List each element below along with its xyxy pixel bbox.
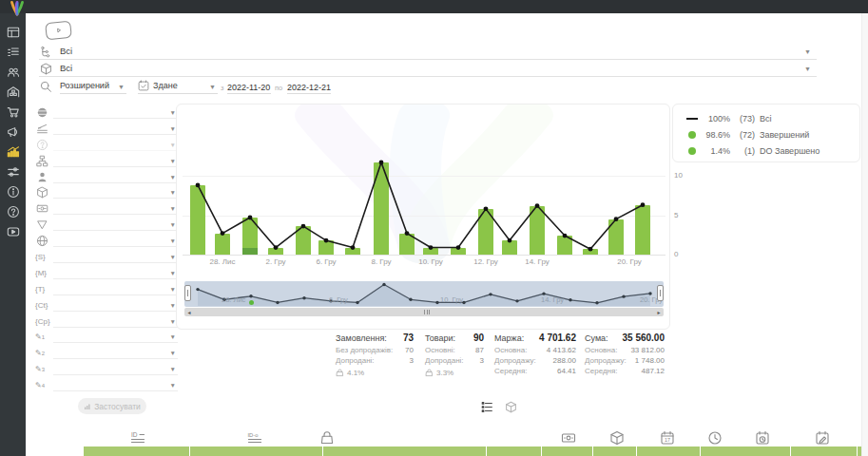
scroll-right-arrow[interactable]: ► [654,308,664,316]
scroll-left-arrow[interactable]: ◄ [184,308,194,316]
filter-select-10[interactable]: ▼ [53,251,178,263]
filter-select-16[interactable]: ▼ [53,347,178,359]
stats-title: Маржа: [494,333,524,343]
legend-percent: 1.4% [702,146,730,156]
filter-select-6[interactable]: ▼ [53,186,178,199]
pencil-icon: ✎1 [35,331,49,343]
table-header-cell-divider [189,446,190,456]
date-to-label: по [275,84,282,92]
chevron-down-icon: ▼ [170,333,176,340]
stats-subrow: Допродажу:288.00 [494,356,576,367]
stats-subrow-label: Допродажу: [585,356,627,367]
date-to-input[interactable] [287,78,331,94]
cube-icon [35,186,49,199]
chart-icon [84,403,91,410]
brand-logo-icon[interactable] [7,0,28,18]
sidebar-item-dashboard[interactable] [3,22,23,42]
chart-brush-minimap[interactable]: 28. Лис6. Гру10. Гру14. Гру20. Гру [184,281,664,307]
search-mode-select[interactable]: Розширений ▼ [60,78,126,94]
sidebar-item-info[interactable] [3,181,23,201]
filter-category-value: Всі [60,63,72,73]
calendar-17-column-button[interactable]: 17 [660,430,675,446]
stats-subrow-value: 3 [480,356,484,367]
sidebar-item-analytics[interactable] [3,142,23,162]
banknote-column-button[interactable] [561,430,576,446]
pencil-icon: {Cp} [35,315,49,328]
id-o-sort-column-button[interactable]: ID-o [247,430,262,446]
sidebar-item-cart[interactable] [3,102,23,122]
filter-select-14[interactable]: ▼ [53,315,178,328]
sidebar-item-warehouse[interactable] [3,82,23,102]
filter-row-14: {Cp}▼ [35,314,178,330]
sidebar-item-video-tutorials[interactable] [3,221,23,241]
sidebar-item-marketing[interactable] [3,122,23,142]
y-axis-label: 0 [674,250,687,258]
stats-footer-value: 4.1% [347,369,364,377]
filter-select-5[interactable]: ▼ [53,171,178,183]
x-axis-label: 20. Гру [617,257,642,266]
calendar-edit-column-button[interactable] [815,430,830,446]
sidebar-item-support[interactable] [3,201,23,221]
stats-subrow-label: Основні: [425,346,455,356]
person-pin-icon [35,171,49,183]
warehouse-icon [7,86,20,99]
pencil-icon: ✎2 [35,347,49,359]
stats-title: Замовлення: [336,333,387,343]
minimap-line [184,281,664,307]
bar-8 [374,162,389,255]
date-from-input[interactable] [227,78,271,94]
legend-count: (72) [730,130,755,140]
calendar-clock-column-button[interactable] [755,430,770,446]
filter-select-15[interactable]: ▼ [53,331,178,343]
filter-select-7[interactable]: ▼ [53,202,178,215]
stats-subrow-label: Без допродажів: [336,346,393,356]
grid-view-button[interactable] [505,400,517,412]
clock-column-button[interactable] [707,430,723,446]
filter-source-select[interactable]: Всі ▼ [39,43,817,60]
legend-item-3[interactable]: 1.4%(1)DO Завершено [673,142,859,159]
brush-handle-right[interactable] [657,285,664,301]
video-help-button[interactable] [45,21,72,41]
levels-icon [35,123,49,135]
chart-horizontal-scrollbar[interactable]: ◄► [184,308,664,316]
table-header-cell-divider [541,446,542,456]
filter-select-4[interactable]: ▼ [53,155,178,167]
filter-select-9[interactable]: ▼ [53,235,178,247]
cube-column-button[interactable] [609,430,625,446]
date-type-value: Здане [153,81,178,90]
filter-select-11[interactable]: ▼ [53,267,178,279]
play-icon [53,26,64,36]
filter-category-select[interactable]: Всі ▼ [39,60,817,77]
apply-button[interactable]: Застосувати [78,398,146,414]
sidebar-item-automation[interactable] [3,162,23,181]
id-sort-column-button[interactable]: ID [130,430,145,446]
legend-count: (1) [730,146,755,156]
date-type-select[interactable]: Здане ▼ [138,78,218,94]
brush-handle-left[interactable] [184,285,191,301]
stats-subrow-value: 70 [405,346,414,356]
filter-select-3[interactable]: ▼ [53,139,178,151]
filter-select-17[interactable]: ▼ [53,363,178,375]
date-from-label: з [221,84,223,92]
filter-select-1[interactable]: ▼ [53,106,178,119]
pencil-icon: ✎4 [35,379,49,391]
legend-item-2[interactable]: 98.6%(72)Завершений [673,126,859,142]
list-view-button[interactable] [481,400,493,412]
sidebar-item-customers[interactable] [3,62,23,82]
legend-item-1[interactable]: 100%(73)Всі [673,110,859,126]
filter-select-12[interactable]: ▼ [53,283,178,295]
scrollbar-grip[interactable] [424,310,430,314]
filter-select-18[interactable]: ▼ [53,379,178,391]
table-header-cell-divider [636,446,637,456]
stats-footer: 4.1% [336,367,414,378]
legend-percent: 98.6% [702,130,730,140]
filter-select-2[interactable]: ▼ [53,123,178,135]
stats-title: Сума: [585,333,608,343]
bag-column-button[interactable] [319,430,335,446]
filter-select-13[interactable]: ▼ [53,299,178,312]
vertical-scrollbar[interactable] [861,13,868,456]
table-header-strip [84,446,868,456]
filter-select-8[interactable]: ▼ [53,218,178,231]
sidebar-item-orders[interactable] [3,42,23,62]
source-icon [40,45,52,57]
